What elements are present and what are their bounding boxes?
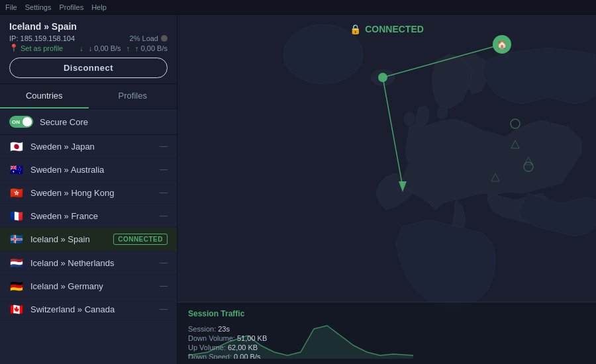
tab-profiles[interactable]: Profiles — [89, 84, 177, 109]
server-name: Iceland » Spain — [9, 21, 168, 32]
traffic-down-speed-label: Down Speed: 0,00 B/s — [188, 353, 267, 359]
menu-file[interactable]: File — [5, 3, 17, 11]
ip-address: IP: 185.159.158.104 — [9, 34, 75, 42]
country-name: Iceland » Spain — [30, 234, 113, 244]
signal-icon: — — [160, 142, 168, 151]
list-item-connected[interactable]: 🇮🇸 Iceland » Spain CONNECTED — [0, 228, 177, 251]
list-item[interactable]: 🇨🇦 Switzerland » Canada — — [0, 298, 177, 321]
secure-core-toggle[interactable]: ON — [9, 116, 33, 128]
session-traffic-panel: Session Traffic Session: 23s Down Volume… — [177, 302, 596, 364]
flag-icon: 🇫🇷 — [9, 210, 24, 221]
flag-icon: 🇦🇺 — [9, 164, 24, 175]
flag-icon: 🇨🇦 — [9, 304, 24, 314]
country-name: Iceland » Netherlands — [30, 258, 160, 268]
transfer-info: ↓ 0,00 B/s ↑ 0,00 B/s — [79, 44, 168, 52]
menu-help[interactable]: Help — [91, 3, 107, 11]
country-name: Switzerland » Canada — [30, 304, 160, 314]
svg-text:🏠: 🏠 — [497, 39, 508, 50]
download-speed: ↓ 0,00 B/s — [89, 44, 121, 52]
connected-status: CONNECTED — [365, 24, 424, 34]
menu-settings[interactable]: Settings — [25, 3, 52, 11]
svg-marker-13 — [482, 48, 596, 104]
signal-icon: — — [160, 281, 168, 291]
svg-point-7 — [437, 106, 448, 119]
top-bar: File Settings Profiles Help — [0, 0, 596, 15]
toggle-knob — [23, 117, 32, 126]
country-name: Sweden » Australia — [30, 165, 160, 175]
tab-countries[interactable]: Countries — [0, 84, 89, 109]
list-item[interactable]: 🇭🇰 Sweden » Hong Kong — — [0, 181, 177, 205]
list-item[interactable]: 🇳🇱 Iceland » Netherlands — — [0, 251, 177, 275]
flag-icon: 🇮🇸 — [9, 234, 24, 245]
menu-profiles[interactable]: Profiles — [59, 3, 83, 11]
svg-point-4 — [404, 113, 415, 126]
country-list: 🇯🇵 Sweden » Japan — 🇦🇺 Sweden » Australi… — [0, 135, 177, 364]
connected-badge: CONNECTED — [113, 234, 168, 245]
list-item[interactable]: 🇦🇺 Sweden » Australia — — [0, 158, 177, 181]
main-layout: Iceland » Spain IP: 185.159.158.104 2% L… — [0, 15, 596, 364]
flag-icon: 🇩🇪 — [9, 281, 24, 291]
traffic-session-value: 23s — [218, 325, 230, 333]
traffic-down-vol-value: 51,00 KB — [237, 334, 267, 342]
flag-icon: 🇭🇰 — [9, 187, 24, 198]
map-area: 🔒 CONNECTED — [177, 15, 596, 364]
traffic-up-vol-value: 62,00 KB — [228, 343, 258, 351]
traffic-up-vol-label: Up Volume: 62,00 KB — [188, 343, 267, 351]
connected-indicator: 🔒 CONNECTED — [350, 24, 424, 34]
traffic-session-label: Session: 23s — [188, 325, 267, 333]
country-name: Sweden » Hong Kong — [30, 188, 160, 198]
signal-icon: — — [160, 211, 168, 220]
signal-icon: — — [160, 188, 168, 197]
list-item[interactable]: 🇯🇵 Sweden » Japan — — [0, 135, 177, 158]
signal-icon: — — [160, 304, 168, 314]
tabs-row: Countries Profiles — [0, 84, 177, 109]
country-name: Iceland » Germany — [30, 281, 160, 291]
lock-icon: 🔒 — [350, 24, 361, 34]
left-panel: Iceland » Spain IP: 185.159.158.104 2% L… — [0, 15, 177, 364]
list-item[interactable]: 🇩🇪 Iceland » Germany — — [0, 275, 177, 298]
list-item[interactable]: 🇫🇷 Sweden » France — — [0, 205, 177, 228]
flag-icon: 🇯🇵 — [9, 141, 24, 152]
upload-speed: ↑ 0,00 B/s — [135, 44, 168, 52]
country-name: Sweden » Japan — [30, 142, 160, 152]
traffic-down-speed-value: 0,00 B/s — [234, 353, 260, 359]
traffic-title: Session Traffic — [188, 309, 585, 318]
traffic-down-vol-label: Down Volume: 51,00 KB — [188, 334, 267, 342]
download-arrow — [79, 44, 83, 52]
secure-core-row: ON Secure Core — [0, 109, 177, 135]
load-info: 2% Load — [130, 34, 168, 42]
secure-core-label: Secure Core — [40, 117, 88, 127]
flag-icon: 🇳🇱 — [9, 257, 24, 268]
upload-arrow — [126, 44, 130, 52]
svg-point-23 — [378, 73, 387, 82]
country-name: Sweden » France — [30, 211, 160, 221]
signal-icon: — — [160, 165, 168, 174]
connection-info: Iceland » Spain IP: 185.159.158.104 2% L… — [0, 15, 177, 84]
load-dot — [161, 35, 168, 42]
signal-icon: — — [160, 258, 168, 267]
toggle-on-label: ON — [12, 119, 20, 125]
disconnect-button[interactable]: Disconnect — [9, 58, 168, 78]
set-profile-link[interactable]: 📍 Set as profile — [9, 44, 63, 52]
